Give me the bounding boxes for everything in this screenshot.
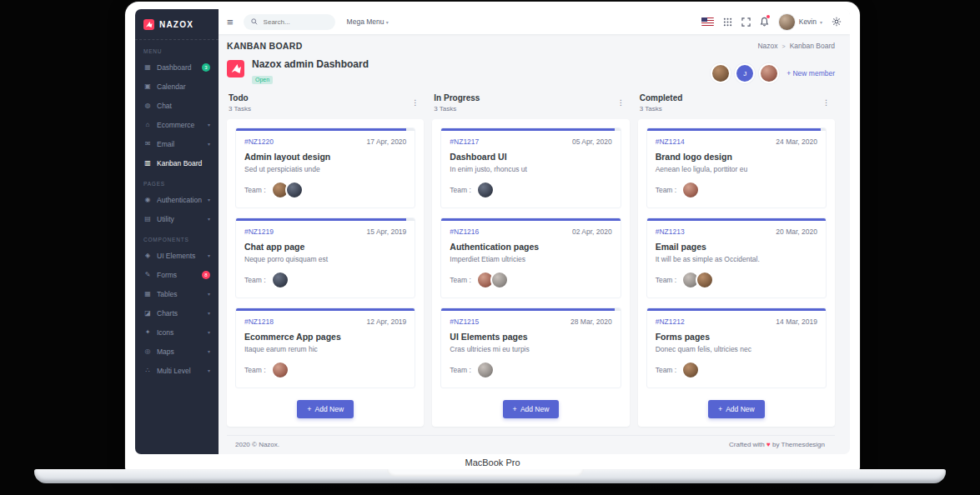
add-new-button[interactable]: + Add New <box>297 400 354 418</box>
card-title: Brand logo design <box>656 152 817 162</box>
column-title: In Progress <box>434 93 480 102</box>
chat-icon: ◍ <box>143 102 152 109</box>
column-title: Todo <box>229 93 251 102</box>
badge: 8 <box>202 271 210 279</box>
sidebar-item-dashboard[interactable]: ▦ Dashboard 3 <box>135 58 219 77</box>
sidebar-item-kanban-board[interactable]: ▥ Kanban Board <box>135 153 219 172</box>
topbar: ≡ Mega Menu ▾ <box>219 9 850 34</box>
search-box[interactable] <box>244 14 335 30</box>
kanban-column-completed: Completed 3 Tasks ⋮ #NZ1214 24 Mar, 2020… <box>638 93 835 427</box>
page-title: KANBAN BOARD <box>227 41 303 51</box>
column-menu-dots-icon[interactable]: ⋮ <box>819 97 833 108</box>
brand-logo[interactable]: NAZOX <box>135 9 219 40</box>
us-flag-icon <box>701 18 714 26</box>
plus-icon: + <box>718 406 722 413</box>
member-avatar[interactable] <box>711 63 731 83</box>
card-ref-link[interactable]: #NZ1215 <box>450 318 479 326</box>
card-description: Imperdiet Etiam ultricies <box>450 255 611 263</box>
footer: 2020 © Nazox. Crafted with ♥ by Themesde… <box>227 435 835 454</box>
add-new-button[interactable]: + Add New <box>503 400 560 418</box>
sidebar-item-calendar[interactable]: ▣ Calendar <box>135 77 219 96</box>
kanban-card[interactable]: #NZ1212 14 Mar, 2019 Forms pages Donec q… <box>646 308 827 388</box>
card-date: 28 Mar, 2020 <box>570 318 612 326</box>
sidebar-item-charts[interactable]: ◪ Charts ▾ <box>135 303 219 322</box>
chevron-down-icon: ▾ <box>208 122 210 128</box>
member-avatar[interactable] <box>759 63 779 83</box>
card-ref-link[interactable]: #NZ1220 <box>244 138 274 146</box>
column-menu-dots-icon[interactable]: ⋮ <box>408 97 422 108</box>
badge: 3 <box>202 63 210 72</box>
brand-logo-icon <box>143 19 154 30</box>
column-menu-dots-icon[interactable]: ⋮ <box>614 97 628 108</box>
hamburger-menu-icon[interactable]: ≡ <box>227 17 234 28</box>
breadcrumb-item-nazox[interactable]: Nazox <box>757 42 777 50</box>
macbook-shadow <box>100 483 880 494</box>
card-ref-link[interactable]: #NZ1217 <box>450 138 479 146</box>
sidebar-item-ecommerce[interactable]: ⌂ Ecommerce ▾ <box>135 115 219 134</box>
sidebar-section-label: PAGES <box>135 172 219 190</box>
notifications-button[interactable] <box>760 17 769 27</box>
user-avatar <box>778 13 796 31</box>
user-menu[interactable]: Kevin ▾ <box>778 13 822 31</box>
card-description: Cras ultricies mi eu turpis <box>450 345 611 353</box>
mega-menu-dropdown[interactable]: Mega Menu ▾ <box>347 18 389 26</box>
kanban-icon: ▥ <box>143 159 152 167</box>
chevron-down-icon: ▾ <box>208 329 210 335</box>
apps-grid-button[interactable] <box>723 18 732 27</box>
kanban-card[interactable]: #NZ1213 20 Mar, 2020 Email pages It will… <box>646 218 827 298</box>
kanban-card[interactable]: #NZ1216 02 Apr, 2020 Authentication page… <box>440 218 621 298</box>
chevron-down-icon: ▾ <box>208 197 210 202</box>
card-ref-link[interactable]: #NZ1213 <box>656 228 685 236</box>
card-title: Forms pages <box>656 332 817 342</box>
team-member-avatar <box>696 271 714 289</box>
card-ref-link[interactable]: #NZ1216 <box>450 228 479 236</box>
kanban-card[interactable]: #NZ1220 17 Apr, 2020 Admin layout design… <box>235 128 415 208</box>
member-avatar[interactable]: J <box>735 63 755 83</box>
grid-icon <box>723 18 732 27</box>
card-ref-link[interactable]: #NZ1214 <box>656 138 685 146</box>
plus-icon: + <box>513 406 517 413</box>
kanban-card[interactable]: #NZ1214 24 Mar, 2020 Brand logo design A… <box>646 128 827 208</box>
sidebar-item-email[interactable]: ✉ Email ▾ <box>135 134 219 153</box>
kanban-card[interactable]: #NZ1215 28 Mar, 2020 UI Elements pages C… <box>440 308 621 388</box>
brand-name: NAZOX <box>159 20 193 29</box>
sidebar-item-ui-elements[interactable]: ◈ UI Elements ▾ <box>135 246 219 265</box>
card-team-label: Team : <box>656 276 677 284</box>
card-ref-link[interactable]: #NZ1219 <box>244 228 274 236</box>
kanban-card[interactable]: #NZ1218 12 Apr, 2019 Ecommerce App pages… <box>235 308 415 388</box>
macbook-screen-frame: NAZOX MENU ▦ Dashboard 3 ▣ Calendar ◍ Ch… <box>125 2 860 471</box>
search-input[interactable] <box>262 18 328 27</box>
column-panel: #NZ1214 24 Mar, 2020 Brand logo design A… <box>638 119 835 427</box>
card-ref-link[interactable]: #NZ1212 <box>656 318 685 326</box>
utility-icon: ▤ <box>143 215 152 222</box>
calendar-icon: ▣ <box>143 82 152 90</box>
add-new-member-link[interactable]: + New member <box>787 69 835 78</box>
language-flag-button[interactable] <box>701 18 714 26</box>
sidebar-item-tables[interactable]: ▦ Tables ▾ <box>135 284 219 303</box>
card-ref-link[interactable]: #NZ1218 <box>244 318 274 326</box>
chevron-down-icon: ▾ <box>208 291 210 297</box>
sidebar-item-maps[interactable]: ◎ Maps ▾ <box>135 342 219 361</box>
sidebar-item-authentication[interactable]: ◉ Authentication ▾ <box>135 190 219 209</box>
sidebar-item-multi-level[interactable]: ∴ Multi Level ▾ <box>135 361 219 380</box>
card-description: Sed ut perspiciatis unde <box>244 165 406 173</box>
sidebar-item-chat[interactable]: ◍ Chat <box>135 96 219 115</box>
add-new-button[interactable]: + Add New <box>708 400 765 418</box>
sidebar-item-utility[interactable]: ▤ Utility ▾ <box>135 209 219 228</box>
kanban-card[interactable]: #NZ1217 05 Apr, 2020 Dashboard UI In eni… <box>440 128 621 208</box>
sidebar-item-forms[interactable]: ✎ Forms 8 <box>135 265 219 284</box>
footer-copyright: 2020 © Nazox. <box>235 441 279 448</box>
macbook-pro-label: MacBook Pro <box>125 458 860 468</box>
chevron-down-icon: ▾ <box>208 348 210 354</box>
footer-credit: Crafted with ♥ by Themesdesign <box>729 441 825 448</box>
fullscreen-button[interactable] <box>741 18 751 27</box>
kanban-card[interactable]: #NZ1219 15 Apr, 2019 Chat app page Neque… <box>235 218 415 298</box>
team-member-avatar <box>681 361 700 379</box>
project-logo-icon <box>227 60 244 78</box>
search-icon <box>251 18 258 25</box>
board-title: Nazox admin Dashboard <box>252 58 369 70</box>
card-date: 17 Apr, 2020 <box>367 138 407 146</box>
settings-button[interactable] <box>832 17 842 27</box>
sidebar-item-icons[interactable]: ✦ Icons ▾ <box>135 322 219 342</box>
chevron-down-icon: ▾ <box>208 252 210 258</box>
